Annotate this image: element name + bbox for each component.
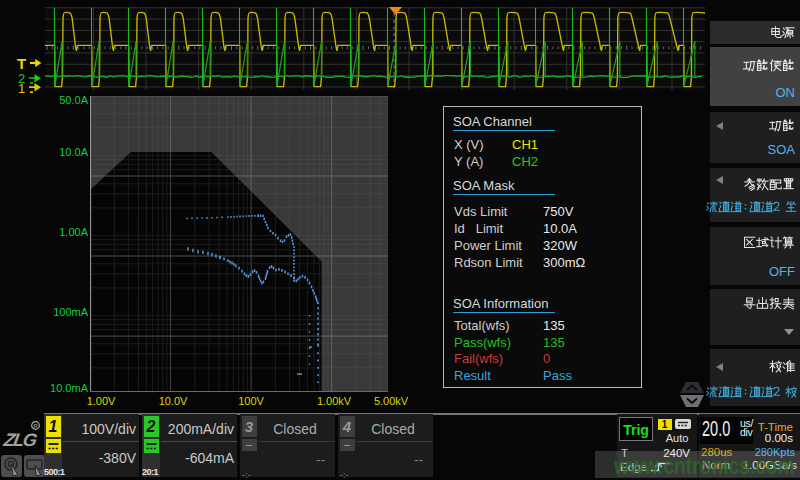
svg-text:R: R xyxy=(33,423,37,429)
